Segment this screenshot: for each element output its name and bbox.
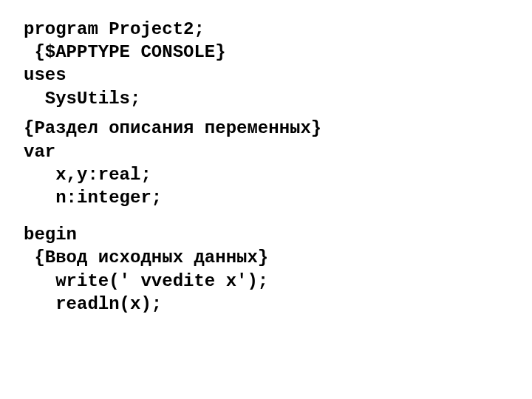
- blank-line: [24, 216, 532, 224]
- code-line: program Project2;: [24, 18, 532, 41]
- code-line: uses: [24, 64, 532, 86]
- blank-line: [24, 110, 532, 117]
- code-line: begin: [24, 223, 532, 246]
- code-line: {Раздел описания переменных}: [24, 117, 532, 140]
- code-line: {$APPTYPE CONSOLE}: [24, 41, 532, 64]
- code-line: var: [24, 140, 532, 163]
- code-line: SysUtils;: [24, 87, 532, 110]
- code-block: program Project2; {$APPTYPE CONSOLE} use…: [0, 0, 532, 316]
- code-line: write(' vvedite x');: [24, 270, 532, 293]
- code-line: {Ввод исходных данных}: [24, 246, 532, 269]
- code-line: x,y:real;: [24, 163, 532, 186]
- blank-line: [24, 209, 532, 216]
- code-line: readln(x);: [24, 293, 532, 316]
- code-line: n:integer;: [24, 186, 532, 209]
